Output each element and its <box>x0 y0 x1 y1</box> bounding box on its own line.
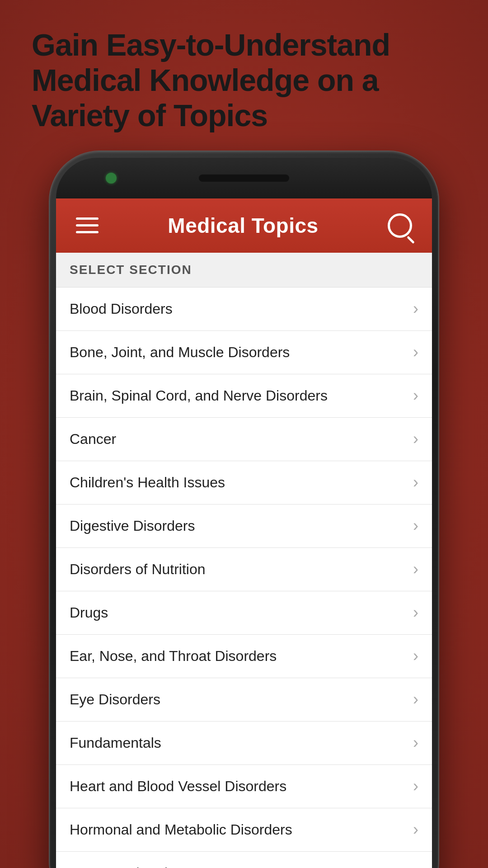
topic-label-brain-spinal-nerve: Brain, Spinal Cord, and Nerve Disorders <box>70 387 328 404</box>
headline-section: Gain Easy-to-Understand Medical Knowledg… <box>0 0 488 151</box>
topic-label-digestive-disorders: Digestive Disorders <box>70 518 195 534</box>
hamburger-line-1 <box>76 217 99 220</box>
chevron-icon-drugs: › <box>413 604 418 621</box>
section-header: SELECT SECTION <box>56 253 432 288</box>
chevron-icon-immune-disorders: › <box>413 865 418 868</box>
topic-label-childrens-health: Children's Health Issues <box>70 474 225 491</box>
app-title: Medical Topics <box>168 213 318 238</box>
phone-screen: Medical Topics SELECT SECTION Blood Diso… <box>56 198 432 868</box>
chevron-icon-cancer: › <box>413 431 418 447</box>
topic-label-immune-disorders: Immune Disorders <box>70 865 188 868</box>
topic-item-bone-joint-muscle[interactable]: Bone, Joint, and Muscle Disorders› <box>56 331 432 374</box>
topic-label-drugs: Drugs <box>70 604 108 621</box>
topic-item-drugs[interactable]: Drugs› <box>56 591 432 635</box>
chevron-icon-childrens-health: › <box>413 474 418 491</box>
topic-item-cancer[interactable]: Cancer› <box>56 418 432 461</box>
chevron-icon-ear-nose-throat: › <box>413 648 418 664</box>
app-header: Medical Topics <box>56 198 432 253</box>
phone-wrapper: Medical Topics SELECT SECTION Blood Diso… <box>50 151 438 868</box>
hamburger-menu-button[interactable] <box>72 214 102 237</box>
topic-label-nutrition-disorders: Disorders of Nutrition <box>70 561 206 578</box>
chevron-icon-nutrition-disorders: › <box>413 561 418 577</box>
topic-label-heart-blood-vessel: Heart and Blood Vessel Disorders <box>70 778 286 795</box>
topic-item-ear-nose-throat[interactable]: Ear, Nose, and Throat Disorders› <box>56 635 432 678</box>
topic-label-cancer: Cancer <box>70 431 116 448</box>
chevron-icon-fundamentals: › <box>413 735 418 751</box>
topic-item-heart-blood-vessel[interactable]: Heart and Blood Vessel Disorders› <box>56 765 432 808</box>
search-icon <box>388 213 412 238</box>
topic-label-blood-disorders: Blood Disorders <box>70 301 173 317</box>
headline-text: Gain Easy-to-Understand Medical Knowledg… <box>32 28 390 132</box>
chevron-icon-bone-joint-muscle: › <box>413 344 418 360</box>
topic-item-fundamentals[interactable]: Fundamentals› <box>56 722 432 765</box>
topic-item-immune-disorders[interactable]: Immune Disorders› <box>56 852 432 868</box>
chevron-icon-heart-blood-vessel: › <box>413 778 418 794</box>
topic-label-fundamentals: Fundamentals <box>70 735 161 751</box>
phone-top-bar <box>56 158 432 198</box>
chevron-icon-blood-disorders: › <box>413 301 418 317</box>
topic-label-bone-joint-muscle: Bone, Joint, and Muscle Disorders <box>70 344 290 361</box>
topic-item-childrens-health[interactable]: Children's Health Issues› <box>56 461 432 505</box>
topic-item-nutrition-disorders[interactable]: Disorders of Nutrition› <box>56 548 432 591</box>
search-handle <box>407 236 415 244</box>
topic-item-blood-disorders[interactable]: Blood Disorders› <box>56 288 432 331</box>
topic-item-hormonal-metabolic[interactable]: Hormonal and Metabolic Disorders› <box>56 808 432 852</box>
chevron-icon-hormonal-metabolic: › <box>413 821 418 838</box>
chevron-icon-eye-disorders: › <box>413 691 418 708</box>
hamburger-line-2 <box>76 224 99 226</box>
chevron-icon-digestive-disorders: › <box>413 518 418 534</box>
topic-item-digestive-disorders[interactable]: Digestive Disorders› <box>56 505 432 548</box>
section-header-text: SELECT SECTION <box>70 263 192 277</box>
topic-list: Blood Disorders›Bone, Joint, and Muscle … <box>56 288 432 868</box>
speaker-bar <box>199 175 289 182</box>
topic-item-eye-disorders[interactable]: Eye Disorders› <box>56 678 432 722</box>
topic-item-brain-spinal-nerve[interactable]: Brain, Spinal Cord, and Nerve Disorders› <box>56 374 432 418</box>
chevron-icon-brain-spinal-nerve: › <box>413 387 418 404</box>
camera-dot <box>106 173 117 184</box>
hamburger-line-3 <box>76 231 99 233</box>
search-button[interactable] <box>384 210 416 241</box>
topic-label-ear-nose-throat: Ear, Nose, and Throat Disorders <box>70 648 277 665</box>
topic-label-eye-disorders: Eye Disorders <box>70 691 160 708</box>
topic-label-hormonal-metabolic: Hormonal and Metabolic Disorders <box>70 821 292 838</box>
phone-frame: Medical Topics SELECT SECTION Blood Diso… <box>50 151 438 868</box>
